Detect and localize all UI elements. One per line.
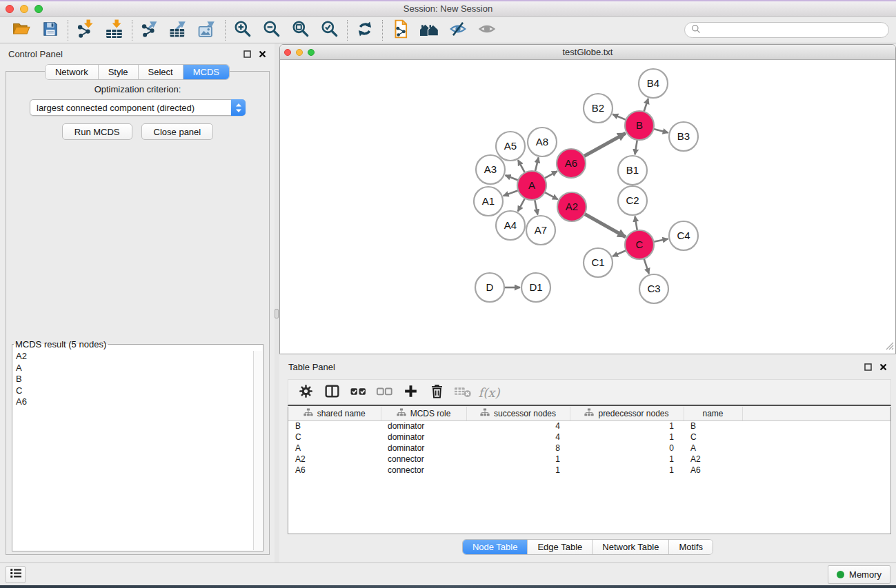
node-A1[interactable]: A1 — [474, 187, 503, 216]
result-item[interactable]: A — [13, 363, 253, 374]
node-D1[interactable]: D1 — [521, 273, 550, 302]
result-item[interactable]: C — [13, 385, 253, 397]
network-window-titlebar[interactable]: testGlobe.txt — [280, 45, 895, 60]
table-row[interactable]: Bdominator41B — [288, 420, 890, 432]
node-A[interactable]: A — [517, 171, 546, 200]
node-A4[interactable]: A4 — [496, 211, 525, 240]
float-panel-icon[interactable] — [864, 363, 872, 371]
edge-A-A7[interactable] — [535, 200, 537, 215]
edge-C-C3[interactable] — [644, 258, 649, 274]
column-browser-button[interactable] — [319, 381, 345, 403]
network-graph[interactable]: B4B2BB3A5A8A6A3B1AA1C2A2A4A7C4CC1C3DD1 — [280, 60, 895, 354]
select-all-button[interactable] — [345, 381, 371, 403]
panel-divider[interactable] — [275, 43, 279, 562]
deselect-all-button[interactable] — [371, 381, 397, 403]
tab-network[interactable]: Network — [46, 65, 98, 79]
import-network-button[interactable] — [71, 19, 100, 41]
column-header-MCDS-role[interactable]: MCDS role — [381, 407, 466, 420]
zoom-out-button[interactable] — [257, 19, 286, 41]
node-C[interactable]: C — [625, 230, 654, 259]
close-panel-icon[interactable] — [259, 50, 266, 58]
clone-network-button[interactable] — [386, 19, 415, 41]
memory-button[interactable]: Memory — [828, 565, 890, 584]
edge-B-B2[interactable] — [613, 114, 626, 120]
export-table-button[interactable] — [164, 19, 193, 41]
result-item[interactable]: A6 — [13, 396, 253, 408]
node-B4[interactable]: B4 — [639, 69, 668, 98]
close-panel-icon[interactable] — [879, 363, 887, 371]
tab-node-table[interactable]: Node Table — [463, 540, 528, 554]
column-header-successor-nodes[interactable]: successor nodes — [466, 407, 570, 420]
table-row[interactable]: A2connector11A2 — [288, 454, 890, 465]
network-canvas[interactable]: B4B2BB3A5A8A6A3B1AA1C2A2A4A7C4CC1C3DD1 — [280, 60, 895, 354]
home-button[interactable] — [415, 19, 444, 41]
tab-style[interactable]: Style — [98, 65, 138, 79]
tab-network-table[interactable]: Network Table — [592, 540, 668, 554]
edge-B-B3[interactable] — [653, 129, 668, 132]
zoom-fit-button[interactable] — [286, 19, 315, 41]
import-table-button[interactable] — [100, 19, 129, 41]
mcds-result-list[interactable]: A2ABCA6 — [13, 351, 253, 550]
zoom-in-button[interactable] — [228, 19, 257, 41]
node-C1[interactable]: C1 — [584, 248, 613, 277]
node-A7[interactable]: A7 — [526, 216, 555, 245]
node-A5[interactable]: A5 — [496, 132, 525, 161]
edge-A-A4[interactable] — [518, 199, 525, 212]
delete-column-button[interactable] — [424, 381, 450, 403]
node-A2[interactable]: A2 — [557, 192, 586, 221]
node-B[interactable]: B — [625, 111, 654, 140]
refresh-button[interactable] — [350, 19, 379, 41]
edge-A-A3[interactable] — [506, 175, 519, 180]
table-row[interactable]: A6connector11A6 — [288, 465, 890, 476]
edge-C-C4[interactable] — [654, 239, 668, 242]
tab-select[interactable]: Select — [138, 65, 183, 79]
node-A8[interactable]: A8 — [528, 128, 557, 156]
window-titlebar[interactable]: Session: New Session — [0, 0, 896, 17]
edge-A6-B[interactable] — [584, 133, 626, 156]
node-C3[interactable]: C3 — [639, 274, 668, 303]
node-C2[interactable]: C2 — [618, 186, 647, 215]
add-column-button[interactable] — [397, 381, 424, 403]
edge-B-B4[interactable] — [644, 99, 648, 112]
run-mcds-button[interactable]: Run MCDS — [62, 123, 132, 140]
edge-A2-C[interactable] — [584, 214, 626, 236]
result-scrollbar[interactable] — [253, 351, 262, 550]
table-row[interactable]: Adominator80A — [288, 443, 890, 454]
edge-A-A6[interactable] — [544, 171, 557, 178]
optimization-criterion-select[interactable]: largest connected component (directed) — [30, 99, 246, 116]
node-A6[interactable]: A6 — [557, 149, 586, 178]
export-network-button[interactable] — [135, 19, 164, 41]
edge-A-A2[interactable] — [545, 192, 558, 199]
node-D[interactable]: D — [475, 273, 504, 302]
edge-A-A5[interactable] — [518, 160, 525, 172]
result-item[interactable]: A2 — [13, 351, 253, 363]
column-header-name[interactable]: name — [684, 407, 742, 420]
export-image-button[interactable] — [193, 19, 222, 41]
table-settings-button[interactable] — [292, 381, 319, 403]
resize-grip-icon[interactable] — [884, 341, 894, 352]
node-A3[interactable]: A3 — [476, 155, 505, 184]
float-panel-icon[interactable] — [243, 50, 251, 58]
save-session-button[interactable] — [36, 19, 65, 41]
tab-mcds[interactable]: MCDS — [183, 65, 229, 79]
hide-graphics-button[interactable] — [444, 19, 472, 41]
edge-C-C1[interactable] — [613, 250, 626, 256]
edge-A-A8[interactable] — [535, 157, 539, 171]
node-C4[interactable]: C4 — [669, 221, 698, 250]
vertical-divider-handle[interactable] — [275, 309, 279, 318]
node-B3[interactable]: B3 — [669, 122, 698, 151]
node-table[interactable]: shared nameMCDS rolesuccessor nodesprede… — [288, 407, 891, 534]
close-panel-button[interactable]: Close panel — [141, 123, 214, 140]
show-graphics-button[interactable] — [472, 19, 501, 41]
open-file-button[interactable] — [7, 19, 36, 41]
edge-C-C2[interactable] — [635, 216, 637, 231]
column-header-predecessor-nodes[interactable]: predecessor nodes — [570, 407, 684, 420]
edge-A-A1[interactable] — [504, 190, 519, 196]
zoom-selected-button[interactable] — [315, 19, 344, 41]
edge-B-B1[interactable] — [635, 140, 637, 155]
tab-motifs[interactable]: Motifs — [668, 540, 713, 554]
tab-edge-table[interactable]: Edge Table — [527, 540, 592, 554]
node-B1[interactable]: B1 — [618, 156, 647, 185]
result-item[interactable]: B — [13, 374, 253, 385]
column-header-shared-name[interactable]: shared name — [288, 407, 381, 420]
